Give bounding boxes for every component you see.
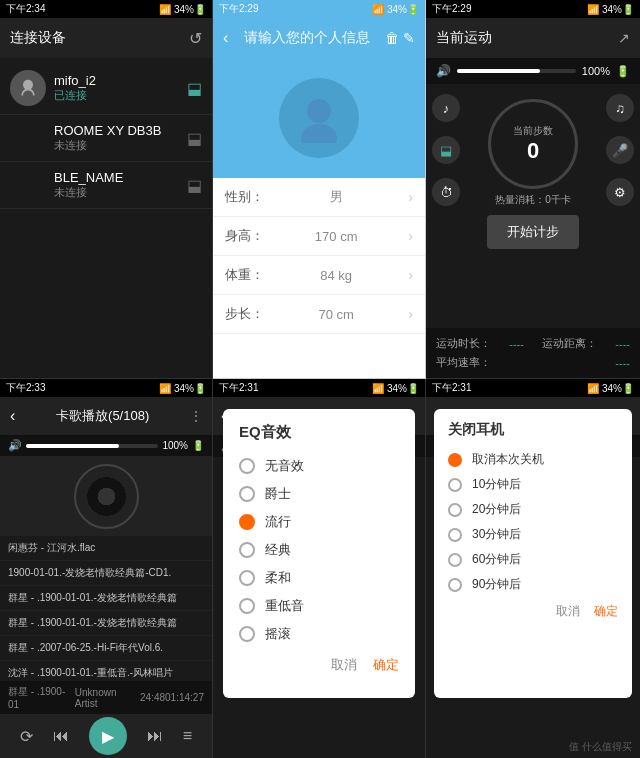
artist-name: Unknown Artist [75, 687, 140, 709]
time-personal: 下午2:29 [219, 2, 258, 16]
song-item-2[interactable]: 1900-01-01.-发烧老情歌经典篇-CD1. [0, 561, 212, 586]
eq-button[interactable]: ≡ [183, 727, 192, 745]
back-arrow-personal[interactable]: ‹ [223, 29, 228, 47]
shutdown-radio-3[interactable] [448, 528, 462, 542]
personal-header: ‹ 请输入您的个人信息 🗑 ✎ [213, 18, 425, 58]
eq-radio-4[interactable] [239, 570, 255, 586]
personal-avatar[interactable] [279, 78, 359, 158]
info-row-gender[interactable]: 性别： 男 › [213, 178, 425, 217]
eq-radio-0[interactable] [239, 458, 255, 474]
battery-music: 🔋 [192, 440, 204, 451]
vol-track-music[interactable] [26, 444, 158, 448]
shutdown-radio-4[interactable] [448, 553, 462, 567]
note-icon-btn[interactable]: ♫ [606, 94, 634, 122]
shutdown-radio-0[interactable] [448, 453, 462, 467]
height-label: 身高： [225, 227, 264, 245]
device-item-1[interactable]: mifo_i2 已连接 ⬓ [0, 62, 212, 115]
step-count: 0 [527, 138, 539, 164]
shutdown-option-1[interactable]: 10分钟后 [448, 472, 618, 497]
shutdown-option-2[interactable]: 20分钟后 [448, 497, 618, 522]
exercise-side-icons-right: ♫ 🎤 ⚙ [606, 94, 634, 206]
shutdown-radio-5[interactable] [448, 578, 462, 592]
mic-icon-btn[interactable]: 🎤 [606, 136, 634, 164]
album-disc [74, 464, 139, 529]
eq-confirm-button[interactable]: 确定 [373, 656, 399, 674]
eq-label-1: 爵士 [265, 485, 291, 503]
shutdown-option-5[interactable]: 90分钟后 [448, 572, 618, 597]
eq-option-5[interactable]: 重低音 [239, 592, 399, 620]
song-footer: 群星 - .1900-01 Unknown Artist 24:48 01:14… [0, 681, 212, 714]
eq-dialog-buttons: 取消 确定 [239, 656, 399, 674]
eq-option-3[interactable]: 经典 [239, 536, 399, 564]
eq-option-0[interactable]: 无音效 [239, 452, 399, 480]
eq-option-6[interactable]: 摇滚 [239, 620, 399, 648]
bt-icon-btn[interactable]: ⬓ [432, 136, 460, 164]
exercise-title: 当前运动 [436, 29, 492, 47]
device-item-3[interactable]: BLE_NAME 未连接 ⬓ [0, 162, 212, 209]
song-item-1[interactable]: 闲惠芬 - 江河水.flac [0, 536, 212, 561]
music-vol-bar: 🔊 100% 🔋 [0, 435, 212, 456]
eq-radio-6[interactable] [239, 626, 255, 642]
signal-exercise: 📶 34%🔋 [587, 4, 634, 15]
eq-label-3: 经典 [265, 541, 291, 559]
current-time: 24:48 [140, 692, 165, 703]
shutdown-radio-1[interactable] [448, 478, 462, 492]
signal-shutdown: 📶 34%🔋 [587, 383, 634, 394]
shutdown-option-4[interactable]: 60分钟后 [448, 547, 618, 572]
info-rows: 性别： 男 › 身高： 170 cm › 体重： 84 kg › 步长： 70 … [213, 178, 425, 378]
shutdown-confirm-button[interactable]: 确定 [594, 603, 618, 620]
time-icon-btn[interactable]: ⏱ [432, 178, 460, 206]
svg-point-1 [301, 124, 337, 143]
music-controls: ⟳ ⏮ ▶ ⏭ ≡ [0, 714, 212, 758]
distance-value: ---- [615, 338, 630, 350]
refresh-icon[interactable]: ↺ [189, 29, 202, 48]
info-row-stride[interactable]: 步长： 70 cm › [213, 295, 425, 334]
vol-track-exercise[interactable] [457, 69, 576, 73]
share-icon[interactable]: ↗ [618, 30, 630, 46]
settings-icon-btn[interactable]: ⚙ [606, 178, 634, 206]
play-button[interactable]: ▶ [89, 717, 127, 755]
eq-option-1[interactable]: 爵士 [239, 480, 399, 508]
exercise-stats: 运动时长： ---- 运动距离： ---- 平均速率： ---- [426, 328, 640, 378]
stride-value: 70 cm [318, 307, 353, 322]
back-arrow-music[interactable]: ‹ [10, 407, 15, 425]
current-song-name: 群星 - .1900-01 [8, 685, 75, 710]
vol-icon-exercise: 🔊 [436, 64, 451, 78]
eq-radio-2[interactable] [239, 514, 255, 530]
panel-shutdown: 下午2:31 📶 34%🔋 ‹ 当前运动 ↗ 🔊 100% 🔋 关闭耳机 取消本… [426, 379, 640, 758]
device-info-3: BLE_NAME 未连接 [10, 170, 187, 200]
next-button[interactable]: ⏭ [147, 727, 163, 745]
start-step-button[interactable]: 开始计步 [487, 215, 579, 249]
music-icon-btn[interactable]: ♪ [432, 94, 460, 122]
song-item-3[interactable]: 群星 - .1900-01-01.-发烧老情歌经典篇 [0, 586, 212, 611]
eq-dialog: EQ音效 无音效 爵士 流行 经典 柔和 [223, 409, 415, 698]
eq-radio-5[interactable] [239, 598, 255, 614]
shutdown-radio-2[interactable] [448, 503, 462, 517]
step-ring: 当前步数 0 [488, 99, 578, 189]
eq-cancel-button[interactable]: 取消 [331, 656, 357, 674]
eq-option-4[interactable]: 柔和 [239, 564, 399, 592]
step-label: 当前步数 [513, 124, 553, 138]
shutdown-option-0[interactable]: 取消本次关机 [448, 447, 618, 472]
repeat-button[interactable]: ⟳ [20, 727, 33, 746]
device-info-2: ROOME XY DB3B 未连接 [10, 123, 187, 153]
prev-button[interactable]: ⏮ [53, 727, 69, 745]
eq-radio-3[interactable] [239, 542, 255, 558]
song-list: 闲惠芬 - 江河水.flac 1900-01-01.-发烧老情歌经典篇-CD1.… [0, 536, 212, 681]
shutdown-dialog-buttons: 取消 确定 [448, 603, 618, 620]
chevron-height: › [408, 228, 413, 244]
eq-option-2[interactable]: 流行 [239, 508, 399, 536]
song-item-4[interactable]: 群星 - .1900-01-01.-发烧老情歌经典篇 [0, 611, 212, 636]
stride-label: 步长： [225, 305, 264, 323]
shutdown-option-3[interactable]: 30分钟后 [448, 522, 618, 547]
song-item-6[interactable]: 沈洋 - .1900-01-01.-重低音.-风林唱片 [0, 661, 212, 681]
info-row-height[interactable]: 身高： 170 cm › [213, 217, 425, 256]
vol-fill-exercise [457, 69, 540, 73]
shutdown-cancel-button[interactable]: 取消 [556, 603, 580, 620]
eq-label-0: 无音效 [265, 457, 304, 475]
eq-radio-1[interactable] [239, 486, 255, 502]
info-row-weight[interactable]: 体重： 84 kg › [213, 256, 425, 295]
song-item-5[interactable]: 群星 - .2007-06-25.-Hi-Fi年代Vol.6. [0, 636, 212, 661]
device-item-2[interactable]: ROOME XY DB3B 未连接 ⬓ [0, 115, 212, 162]
delete-icon[interactable]: 🗑 ✎ [385, 30, 415, 46]
